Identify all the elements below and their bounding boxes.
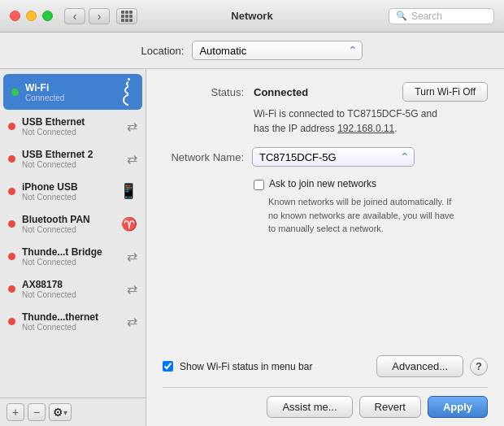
network-select-wrapper: TC8715DCF-5G ⌃ [252, 147, 415, 167]
ask-join-checkbox[interactable] [254, 180, 264, 190]
assist-me-button[interactable]: Assist me... [267, 396, 352, 418]
location-bar: Location: Automatic Home Work ⌃ [0, 33, 504, 69]
status-row: Status: Connected Turn Wi-Fi Off [163, 82, 488, 102]
sidebar-item-ax88178-text: AX88178 Not Connected [22, 279, 124, 299]
wifi-icon [123, 78, 134, 106]
sidebar-item-thunderbolt-ethernet[interactable]: Thunde...thernet Not Connected ⇄ [0, 305, 146, 337]
sidebar-item-ax88178[interactable]: AX88178 Not Connected ⇄ [0, 272, 146, 305]
status-description: Wi-Fi is connected to TC8715DCF-5G and h… [254, 106, 488, 136]
sidebar-item-usb-ethernet-2-text: USB Ethernet 2 Not Connected [22, 149, 124, 169]
sidebar-item-ax88178-name: AX88178 [22, 279, 124, 290]
location-select-wrapper: Automatic Home Work ⌃ [192, 41, 363, 60]
status-dot-ax88178 [8, 285, 15, 293]
right-panel: Status: Connected Turn Wi-Fi Off Wi-Fi i… [146, 69, 504, 426]
status-value: Connected [254, 86, 308, 98]
sidebar-item-wifi[interactable]: Wi-Fi Connected [3, 74, 142, 110]
sidebar-item-bluetooth-pan-text: Bluetooth PAN Not Connected [22, 214, 118, 234]
sidebar-item-wifi-name: Wi-Fi [25, 82, 119, 93]
gear-button[interactable]: ⚙ ▾ [49, 403, 72, 421]
titlebar: ‹ › Network 🔍 Search [0, 0, 504, 33]
sidebar-item-thunderbolt-bridge-text: Thunde...t Bridge Not Connected [22, 246, 124, 267]
sidebar-item-usb-ethernet-2-sub: Not Connected [22, 160, 124, 169]
traffic-lights [10, 11, 53, 21]
sidebar-item-wifi-sub: Connected [25, 93, 119, 102]
phone-icon: 📱 [119, 182, 137, 200]
arrows-icon: ⇄ [127, 119, 137, 134]
sidebar-item-wifi-text: Wi-Fi Connected [25, 82, 119, 102]
status-dot-iphone-usb [8, 188, 15, 195]
sidebar-item-bluetooth-pan-sub: Not Connected [22, 225, 118, 234]
grid-icon [121, 11, 133, 22]
bluetooth-icon: ♈ [121, 216, 137, 232]
ask-join-description: Known networks will be joined automatica… [268, 195, 488, 236]
arrows-icon-3: ⇄ [127, 249, 137, 264]
sidebar: Wi-Fi Connected USB Ethernet [0, 69, 146, 426]
sidebar-item-thunderbolt-ethernet-name: Thunde...thernet [22, 311, 124, 323]
close-button[interactable] [10, 11, 20, 21]
window-title: Network [231, 10, 272, 22]
status-label: Status: [163, 86, 244, 98]
sidebar-item-usb-ethernet-2-name: USB Ethernet 2 [22, 149, 124, 160]
sidebar-item-ax88178-sub: Not Connected [22, 290, 124, 299]
sidebar-item-usb-ethernet-name: USB Ethernet [22, 116, 124, 128]
sidebar-item-usb-ethernet-2[interactable]: USB Ethernet 2 Not Connected ⇄ [0, 142, 146, 175]
sidebar-item-bluetooth-pan-name: Bluetooth PAN [22, 214, 118, 225]
advanced-button[interactable]: Advanced... [376, 355, 463, 377]
sidebar-item-iphone-usb-name: iPhone USB [22, 181, 116, 193]
revert-button[interactable]: Revert [359, 396, 421, 418]
sidebar-item-usb-ethernet-sub: Not Connected [22, 128, 124, 137]
body-split: Wi-Fi Connected USB Ethernet [0, 69, 504, 426]
show-wifi-row: Show Wi-Fi status in menu bar Advanced..… [163, 355, 488, 377]
ask-join-label[interactable]: Ask to join new networks [269, 178, 376, 189]
status-dot-usb-ethernet-2 [8, 155, 15, 163]
sidebar-item-thunderbolt-bridge[interactable]: Thunde...t Bridge Not Connected ⇄ [0, 240, 146, 272]
turn-wifi-off-button[interactable]: Turn Wi-Fi Off [402, 82, 488, 102]
sidebar-item-thunderbolt-bridge-name: Thunde...t Bridge [22, 246, 124, 258]
sidebar-item-thunderbolt-ethernet-text: Thunde...thernet Not Connected [22, 311, 124, 332]
status-dot-thunderbolt-bridge [8, 253, 15, 260]
remove-button[interactable]: − [28, 403, 46, 421]
gear-chevron-icon: ▾ [63, 408, 67, 417]
add-button[interactable]: + [7, 403, 24, 421]
sidebar-item-usb-ethernet[interactable]: USB Ethernet Not Connected ⇄ [0, 110, 146, 142]
apply-button[interactable]: Apply [428, 396, 488, 418]
ip-address: 192.168.0.11 [337, 123, 394, 134]
arrows-icon-5: ⇄ [127, 314, 137, 329]
gear-icon: ⚙ [53, 406, 63, 419]
nav-buttons: ‹ › [64, 8, 110, 24]
sidebar-item-iphone-usb[interactable]: iPhone USB Not Connected 📱 [0, 175, 146, 207]
arrows-icon-2: ⇄ [127, 151, 137, 167]
network-name-select[interactable]: TC8715DCF-5G [252, 147, 415, 167]
sidebar-item-iphone-usb-sub: Not Connected [22, 193, 116, 202]
forward-button[interactable]: › [89, 8, 110, 24]
sidebar-item-usb-ethernet-text: USB Ethernet Not Connected [22, 116, 124, 137]
show-wifi-checkbox[interactable] [163, 361, 173, 372]
ask-join-row: Ask to join new networks [254, 178, 488, 190]
sidebar-footer: + − ⚙ ▾ [0, 398, 146, 426]
network-name-label: Network Name: [163, 151, 244, 163]
status-dot-usb-ethernet [8, 123, 15, 130]
location-select[interactable]: Automatic Home Work [192, 41, 363, 60]
search-bar[interactable]: 🔍 Search [389, 8, 494, 24]
maximize-button[interactable] [42, 11, 53, 21]
status-dot-thunderbolt-ethernet [8, 318, 15, 325]
show-wifi-label[interactable]: Show Wi-Fi status in menu bar [180, 361, 312, 372]
minimize-button[interactable] [26, 11, 37, 21]
sidebar-item-thunderbolt-bridge-sub: Not Connected [22, 258, 124, 267]
network-name-row: Network Name: TC8715DCF-5G ⌃ [163, 147, 488, 167]
status-dot-bluetooth-pan [8, 220, 15, 228]
search-placeholder: Search [411, 11, 442, 22]
arrows-icon-4: ⇄ [127, 281, 137, 297]
grid-button[interactable] [116, 8, 137, 24]
action-buttons: Assist me... Revert Apply [163, 387, 488, 418]
main-content: Location: Automatic Home Work ⌃ Wi-Fi Co… [0, 33, 504, 426]
back-button[interactable]: ‹ [64, 8, 85, 24]
sidebar-item-bluetooth-pan[interactable]: Bluetooth PAN Not Connected ♈ [0, 207, 146, 240]
status-dot-wifi [11, 89, 19, 96]
sidebar-item-thunderbolt-ethernet-sub: Not Connected [22, 323, 124, 332]
help-button[interactable]: ? [470, 358, 488, 376]
location-label: Location: [141, 45, 185, 57]
bottom-section: Show Wi-Fi status in menu bar Advanced..… [163, 355, 488, 418]
sidebar-item-iphone-usb-text: iPhone USB Not Connected [22, 181, 116, 202]
sidebar-list: Wi-Fi Connected USB Ethernet [0, 69, 146, 398]
